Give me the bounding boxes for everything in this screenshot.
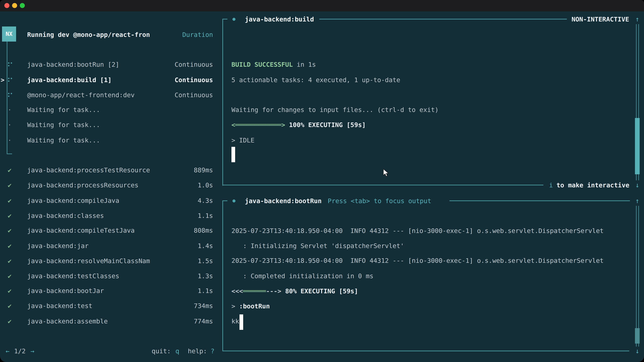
task-duration: 889ms bbox=[194, 166, 213, 174]
waiting-for-changes-line: Waiting for changes to input files... (c… bbox=[232, 105, 438, 114]
task-name: Waiting for task... bbox=[27, 136, 100, 144]
bootrun-pane-border-top bbox=[450, 200, 630, 201]
check-icon: ✔ bbox=[8, 317, 12, 326]
task-duration: 734ms bbox=[194, 301, 213, 310]
task-name: java-backend:build [1] bbox=[27, 75, 112, 84]
bootrun-pane-scrollbar-thumb[interactable] bbox=[635, 328, 640, 344]
pending-bullet-icon: · bbox=[8, 105, 12, 114]
log-line: : Completed initialization in 0 ms bbox=[232, 272, 374, 280]
task-row-completed[interactable]: ✔ java-backend:processTestResource 889ms bbox=[0, 166, 213, 174]
task-name: java-backend:processResources bbox=[27, 181, 138, 189]
task-duration: 774ms bbox=[194, 317, 213, 326]
bootrun-pane-bullet-icon bbox=[232, 199, 236, 202]
task-row-completed[interactable]: ✔ java-backend:bootJar 1.1s bbox=[0, 286, 213, 295]
task-row-waiting: · Waiting for task... bbox=[0, 105, 213, 114]
prompt-arrow: > bbox=[232, 302, 239, 310]
task-row-completed[interactable]: ✔ java-backend:jar 1.4s bbox=[0, 241, 213, 250]
check-icon: ✔ bbox=[8, 226, 12, 235]
idle-line: > IDLE bbox=[232, 136, 254, 144]
task-name: java-backend:test bbox=[27, 301, 92, 310]
task-duration: 1.1s bbox=[198, 286, 213, 295]
task-row-completed[interactable]: ✔ java-backend:resolveMainClassNam 1.5s bbox=[0, 256, 213, 265]
build-success-suffix: in 1s bbox=[293, 61, 316, 68]
task-duration: 1.5s bbox=[198, 256, 213, 265]
scroll-up-icon[interactable]: ↑ bbox=[632, 15, 642, 23]
duration-column-header: Duration bbox=[182, 30, 213, 39]
progress-close: > bbox=[281, 121, 285, 128]
build-pane-border-top bbox=[319, 19, 567, 19]
spinner-icon bbox=[8, 93, 10, 94]
task-name: java-backend:resolveMainClassNam bbox=[27, 256, 150, 265]
task-name: Waiting for task... bbox=[27, 120, 100, 129]
task-duration: 1.3s bbox=[198, 272, 213, 280]
progress-label: 100% EXECUTING [59s] bbox=[285, 121, 366, 128]
check-icon: ✔ bbox=[8, 286, 12, 295]
task-row-waiting: · Waiting for task... bbox=[0, 120, 213, 129]
build-pane-border-top-stub bbox=[222, 19, 228, 19]
task-row-completed[interactable]: ✔ java-backend:compileJava 4.3s bbox=[0, 196, 213, 205]
task-row-completed[interactable]: ✔ java-backend:classes 1.1s bbox=[0, 211, 213, 220]
scroll-up-icon[interactable]: ↑ bbox=[632, 196, 642, 205]
help-hint-label: help: bbox=[188, 347, 207, 355]
task-row-completed[interactable]: ✔ java-backend:test 734ms bbox=[0, 301, 213, 310]
build-success-text: BUILD SUCCESSFUL bbox=[232, 61, 293, 68]
task-name: Waiting for task... bbox=[27, 105, 100, 114]
build-success-line: BUILD SUCCESSFUL in 1s bbox=[232, 60, 316, 69]
check-icon: ✔ bbox=[8, 256, 12, 265]
task-name: java-backend:assemble bbox=[27, 317, 108, 326]
quit-hint-key: q bbox=[176, 347, 179, 355]
task-status: Continuous bbox=[174, 75, 213, 84]
sidebar-header: Running dev @mono-app/react-fron Duratio… bbox=[0, 30, 213, 39]
build-progress-line: <════════════> 100% EXECUTING [59s] bbox=[232, 120, 366, 129]
check-icon: ✔ bbox=[8, 166, 12, 174]
build-pane-border-bottom bbox=[222, 185, 544, 185]
tasks-summary-line: 5 actionable tasks: 4 executed, 1 up-to-… bbox=[232, 75, 400, 84]
scroll-down-icon[interactable]: ↓ bbox=[632, 181, 642, 189]
progress-label: 80% EXECUTING [59s] bbox=[282, 287, 358, 295]
task-row-bootrun[interactable]: java-backend:bootRun [2] Continuous bbox=[0, 60, 213, 69]
scroll-down-icon[interactable]: ↓ bbox=[632, 347, 642, 355]
task-row-completed[interactable]: ✔ java-backend:testClasses 1.3s bbox=[0, 272, 213, 280]
task-duration: 808ms bbox=[194, 226, 213, 235]
focus-output-hint: Press <tab> to focus output bbox=[328, 196, 431, 205]
task-row-completed[interactable]: ✔ java-backend:assemble 774ms bbox=[0, 317, 213, 326]
terminal-window: NX Running dev @mono-app/react-fron Dura… bbox=[0, 0, 644, 362]
task-status: Continuous bbox=[174, 60, 213, 69]
pager-prev-icon[interactable]: ← bbox=[6, 347, 10, 355]
check-icon: ✔ bbox=[8, 196, 12, 205]
prompt-command: :bootRun bbox=[239, 302, 270, 310]
task-duration: 4.3s bbox=[198, 196, 213, 205]
task-row-frontend-dev[interactable]: @mono-app/react-frontend:dev Continuous bbox=[0, 90, 213, 99]
log-line: : Initializing Servlet 'dispatcherServle… bbox=[232, 241, 404, 250]
task-row-build-selected[interactable]: java-backend:build [1] Continuous bbox=[0, 75, 213, 84]
build-pane-title: java-backend:build bbox=[245, 15, 314, 23]
task-name: @mono-app/react-frontend:dev bbox=[27, 90, 135, 99]
quit-hint-label: quit: bbox=[152, 347, 171, 355]
bootrun-pane-scrollbar-track[interactable] bbox=[636, 206, 639, 347]
check-icon: ✔ bbox=[8, 211, 12, 220]
task-row-waiting: · Waiting for task... bbox=[0, 136, 213, 144]
task-duration: 1.4s bbox=[198, 241, 213, 250]
non-interactive-badge: NON-INTERACTIVE bbox=[572, 15, 629, 23]
close-button[interactable] bbox=[4, 3, 10, 8]
check-icon: ✔ bbox=[8, 241, 12, 250]
interactive-hint-label: to make interactive bbox=[556, 181, 630, 189]
bootrun-pane-border-bottom bbox=[222, 351, 629, 351]
bootrun-pane-border-top-stub bbox=[222, 200, 228, 201]
check-icon: ✔ bbox=[8, 301, 12, 310]
task-name: java-backend:classes bbox=[27, 211, 104, 220]
zoom-button[interactable] bbox=[20, 3, 25, 8]
task-name: java-backend:compileTestJava bbox=[27, 226, 135, 235]
minimize-button[interactable] bbox=[12, 3, 17, 8]
task-name: java-backend:compileJava bbox=[27, 196, 119, 205]
progress-close: > bbox=[278, 287, 282, 295]
task-row-completed[interactable]: ✔ java-backend:compileTestJava 808ms bbox=[0, 226, 213, 235]
sidebar-title: Running dev @mono-app/react-fron bbox=[27, 30, 150, 39]
pager-next-icon[interactable]: → bbox=[30, 347, 34, 355]
build-pane-scrollbar-thumb[interactable] bbox=[635, 118, 640, 174]
check-icon: ✔ bbox=[8, 181, 12, 189]
terminal-cursor bbox=[232, 147, 235, 162]
log-line: 2025-07-23T13:40:18.950-04:00 INFO 44312… bbox=[232, 256, 604, 265]
progress-dashes: --- bbox=[266, 287, 278, 295]
task-row-completed[interactable]: ✔ java-backend:processResources 1.0s bbox=[0, 181, 213, 189]
